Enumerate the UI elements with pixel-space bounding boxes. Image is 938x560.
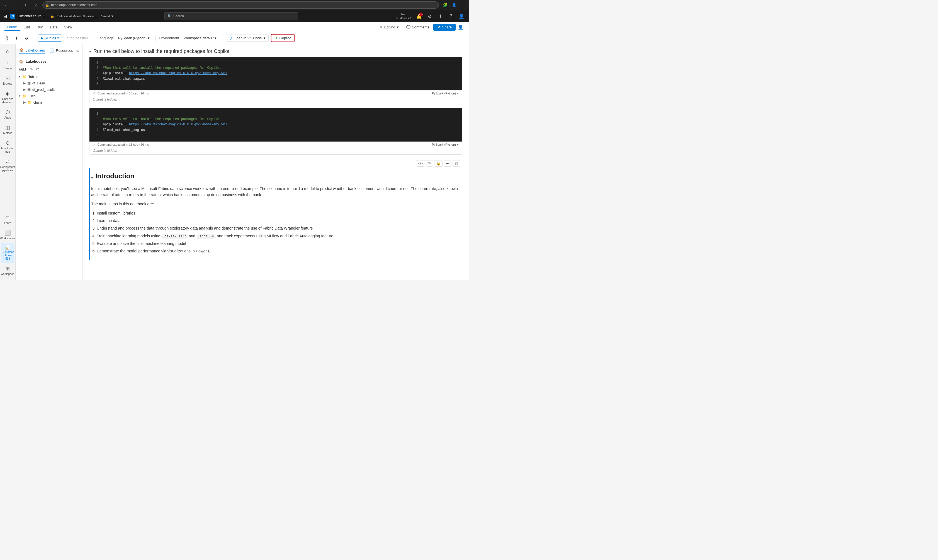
more-button[interactable]: ⋯ bbox=[459, 1, 467, 9]
menu-data[interactable]: Data bbox=[47, 24, 60, 30]
refresh-button[interactable]: ↻ bbox=[22, 1, 30, 9]
language-label: Language bbox=[97, 36, 114, 40]
sidebar-item-workspace-bottom[interactable]: ⊞ workspace bbox=[1, 263, 14, 278]
cell-action-lock[interactable]: 🔒 bbox=[434, 160, 442, 167]
sidebar-item-learn[interactable]: □ Learn bbox=[1, 212, 14, 227]
vscode-label: Open in VS Code bbox=[234, 36, 262, 40]
share-label: Share bbox=[442, 25, 452, 29]
toolbar-download-icon: ⬇ bbox=[15, 36, 18, 40]
cell-action-more[interactable]: ••• bbox=[444, 160, 451, 167]
panel-collapse-button[interactable]: « bbox=[76, 48, 79, 53]
browse-icon: ⊡ bbox=[6, 75, 10, 82]
menu-edit[interactable]: Edit bbox=[21, 24, 32, 30]
code-body-1[interactable]: 1 2 #Run this cell to install the requir… bbox=[89, 57, 462, 90]
content-area[interactable]: ▾ Run the cell below to install the requ… bbox=[83, 44, 469, 280]
share-button[interactable]: ↗ Share bbox=[433, 24, 456, 31]
sidebar-item-metrics[interactable]: ◫ Metrics bbox=[1, 122, 14, 137]
tree-churn[interactable]: ▶ 📁 churn bbox=[15, 99, 82, 106]
lakehouse-sync-button[interactable]: ⇄ bbox=[35, 66, 40, 72]
df-clean-label: df_clean bbox=[32, 82, 45, 85]
code-lang-2[interactable]: PySpark (Python) ▾ bbox=[432, 143, 459, 146]
sidebar-label-current-workspace: Customer churn-513 bbox=[2, 251, 14, 260]
toolbar-settings-button[interactable]: ⚙ bbox=[23, 35, 31, 42]
copilot-button[interactable]: ✦ Copilot bbox=[271, 34, 294, 42]
sidebar-item-deployment[interactable]: ⇌ Deployment pipelines bbox=[1, 156, 14, 174]
intro-toggle[interactable]: ▾ Introduction bbox=[91, 172, 462, 183]
run-all-chevron: ▾ bbox=[57, 36, 59, 40]
lakehouse-name[interactable]: rajLH bbox=[19, 67, 28, 71]
sidebar-item-monitoring[interactable]: ⊙ Monitoring hub bbox=[1, 138, 14, 156]
sidebar-item-apps[interactable]: ⬡ Apps bbox=[1, 107, 14, 122]
extensions-button[interactable]: 🧩 bbox=[441, 1, 449, 9]
cell-action-toolbar: </> ✎ 🔒 ••• 🗑 bbox=[89, 159, 462, 168]
code-cell-2: 1 2 #Run this cell to install the requir… bbox=[89, 108, 462, 155]
code-lang-1[interactable]: PySpark (Python) ▾ bbox=[432, 92, 459, 95]
notifications-button[interactable]: 🔔 125 bbox=[415, 12, 423, 20]
tree-files[interactable]: ▾ 📁 Files bbox=[15, 93, 82, 99]
toolbar-download-button[interactable]: ⬇ bbox=[12, 35, 20, 42]
back-button[interactable]: ← bbox=[2, 1, 10, 9]
cell-action-code[interactable]: </> bbox=[416, 160, 425, 167]
panel-tab-lakehouses[interactable]: 🏠 Lakehouses bbox=[19, 47, 45, 54]
profile-button[interactable]: 👤 bbox=[450, 1, 458, 9]
open-vscode-button[interactable]: ⬡ Open in VS Code ▾ bbox=[226, 35, 268, 42]
cell-action-delete[interactable]: 🗑 bbox=[453, 160, 460, 167]
share-icon: ↗ bbox=[437, 25, 440, 29]
help-button[interactable]: ? bbox=[447, 12, 455, 20]
saved-button[interactable]: Saved ▼ bbox=[101, 14, 114, 18]
tree-tables[interactable]: ▾ 📁 Tables bbox=[15, 74, 82, 80]
sidebar-label-onelake: OneLake data hub bbox=[2, 97, 13, 104]
menu-home[interactable]: Home bbox=[5, 24, 20, 31]
sidebar-label-monitoring: Monitoring hub bbox=[1, 147, 14, 154]
run-all-label: Run all bbox=[45, 36, 56, 40]
sidebar-item-home[interactable]: ⌂ bbox=[1, 46, 14, 57]
tree-df-clean[interactable]: ▶ ▦ df_clean bbox=[15, 80, 82, 86]
app-icon: N bbox=[10, 14, 15, 18]
sidebar-item-current-workspace[interactable]: 📊 Customer churn-513 bbox=[1, 243, 14, 263]
sidebar-item-workspaces[interactable]: ⬜ Workspaces bbox=[1, 228, 14, 242]
app-title[interactable]: Customer churn-5... bbox=[18, 14, 47, 18]
comments-button[interactable]: 💬 Comments bbox=[403, 24, 432, 31]
code-line-1-5: 5 bbox=[94, 82, 457, 87]
share-profile-button[interactable]: 👤 bbox=[457, 12, 466, 20]
run-all-button[interactable]: ▶ Run all ▾ bbox=[38, 35, 62, 42]
tree-df-pred-results[interactable]: ▶ ▦ df_pred_results bbox=[15, 86, 82, 93]
code-body-2[interactable]: 1 2 #Run this cell to install the requir… bbox=[89, 108, 462, 142]
intro-step-5: Evaluate and save the final machine lear… bbox=[97, 240, 462, 247]
forward-button[interactable]: → bbox=[12, 1, 20, 9]
menu-view[interactable]: View bbox=[61, 24, 75, 30]
code-status-1: ✓ -Command executed in 15 sec 426 ms bbox=[93, 92, 149, 95]
settings-button[interactable]: ⚙ bbox=[425, 12, 434, 20]
language-select[interactable]: PySpark (Python) ▾ bbox=[116, 35, 152, 41]
search-bar[interactable]: 🔍 Search bbox=[165, 12, 298, 20]
download-button[interactable]: ⬇ bbox=[436, 12, 445, 20]
intro-step-4: Train machine learning models using Scik… bbox=[97, 232, 462, 240]
editing-button[interactable]: ✎ Editing ▾ bbox=[376, 24, 402, 31]
workspace-bottom-icon: ⊞ bbox=[6, 266, 10, 272]
add-code-button[interactable]: {} bbox=[3, 35, 10, 42]
lakehouse-edit-button[interactable]: ✎ bbox=[29, 66, 34, 72]
sidebar-item-onelake[interactable]: ◈ OneLake data hub bbox=[1, 88, 14, 106]
grid-icon[interactable]: ⊞ bbox=[3, 14, 7, 19]
status-text-1: -Command executed in 15 sec 426 ms bbox=[96, 92, 149, 95]
panel-tab-resources[interactable]: 📄 Resources bbox=[49, 47, 73, 54]
home-button[interactable]: ⌂ bbox=[32, 1, 40, 9]
section-toggle-1[interactable]: ▾ Run the cell below to install the requ… bbox=[89, 48, 462, 54]
toolbar-divider-4 bbox=[222, 35, 222, 41]
browser-bar: ← → ↻ ⌂ 🔒 https://app.fabric.microsoft.c… bbox=[0, 0, 469, 10]
sidebar-label-learn: Learn bbox=[4, 222, 11, 225]
sidebar-label-browse: Browse bbox=[3, 82, 12, 86]
sidebar-item-browse[interactable]: ⊡ Browse bbox=[1, 73, 14, 88]
person-icon-button[interactable]: 👤 bbox=[457, 23, 465, 31]
address-bar[interactable]: 🔒 https://app.fabric.microsoft.com bbox=[42, 2, 439, 9]
intro-section: ▾ Introduction In this notebook, you'll … bbox=[91, 168, 462, 260]
cell-action-edit[interactable]: ✎ bbox=[426, 160, 433, 167]
sidebar-item-create[interactable]: ＋ Create bbox=[1, 57, 14, 72]
panel-section-icon: 🏠 bbox=[19, 59, 23, 63]
stop-session-button[interactable]: Stop session bbox=[65, 35, 91, 41]
workspace-select[interactable]: Workspace default ▾ bbox=[182, 35, 219, 41]
menu-run[interactable]: Run bbox=[34, 24, 46, 30]
code-footer-2: ✓ -Command executed in 15 sec 426 ms PyS… bbox=[89, 142, 462, 148]
files-chevron: ▾ bbox=[19, 94, 21, 98]
workspace-bottom-label: workspace bbox=[1, 272, 14, 275]
